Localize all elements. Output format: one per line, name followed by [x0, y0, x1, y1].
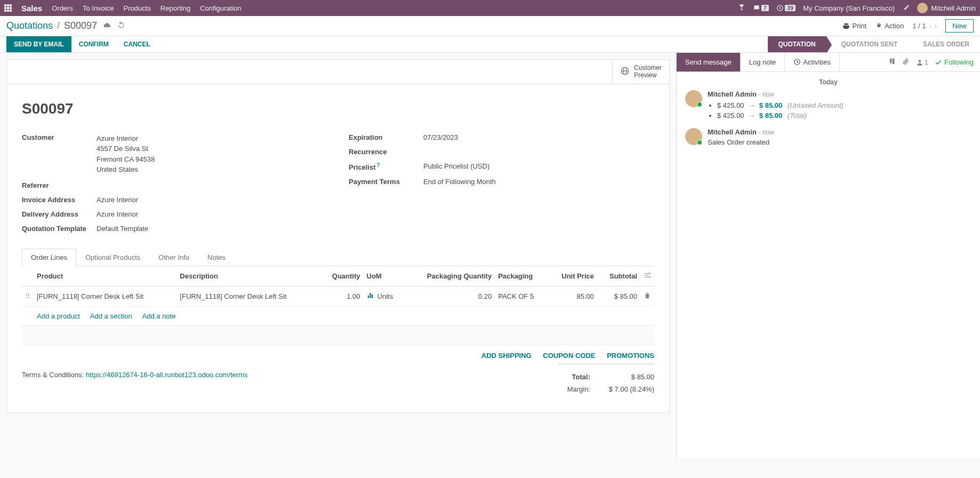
following-button[interactable]: Following	[935, 58, 974, 66]
confirm-button[interactable]: CONFIRM	[71, 36, 116, 52]
discuss-icon[interactable]: 7	[753, 4, 769, 12]
coupon-code-link[interactable]: COUPON CODE	[543, 352, 595, 360]
margin-value: $ 7.00 (8.24%)	[606, 385, 654, 393]
template-value[interactable]: Default Template	[97, 225, 327, 233]
breadcrumb-current: S00097	[64, 20, 97, 31]
book-icon[interactable]	[888, 58, 896, 67]
cancel-button[interactable]: CANCEL	[116, 36, 158, 52]
followers-button[interactable]: 1	[916, 58, 928, 66]
step-quotation-sent[interactable]: QUOTATION SENT	[826, 36, 909, 52]
menu-products[interactable]: Products	[123, 4, 150, 12]
menu-orders[interactable]: Orders	[52, 4, 73, 12]
discuss-count: 7	[761, 5, 769, 11]
activities-icon[interactable]: 39	[776, 4, 796, 12]
table-row[interactable]: ⠿ [FURN_1118] Corner Desk Left Sit [FURN…	[22, 286, 654, 306]
col-product: Product	[34, 266, 176, 286]
debug-icon[interactable]	[902, 4, 910, 13]
apps-icon[interactable]	[4, 4, 12, 12]
attachment-icon[interactable]	[902, 58, 910, 67]
delete-row-icon[interactable]	[640, 286, 654, 306]
settings-icon[interactable]	[644, 273, 651, 281]
tab-optional-products[interactable]: Optional Products	[76, 249, 149, 266]
gear-icon	[875, 22, 882, 30]
control-panel: Quotations / S00097 Print Action 1 / 1 ‹…	[0, 16, 980, 36]
check-icon	[935, 59, 942, 66]
expiration-value[interactable]: 07/23/2023	[423, 133, 654, 141]
print-button[interactable]: Print	[842, 22, 866, 30]
forecast-icon[interactable]	[367, 292, 374, 301]
pager-next-icon[interactable]: ›	[935, 22, 937, 30]
referrer-label: Referrer	[22, 181, 97, 189]
form-sheet: Customer Preview S00097 Customer Azure I…	[6, 59, 670, 413]
svg-point-7	[649, 273, 650, 274]
svg-rect-0	[741, 6, 742, 9]
order-lines-table: Product Description Quantity UoM Packagi…	[22, 266, 654, 345]
record-title: S00097	[22, 100, 654, 117]
message-item: Mitchell Admin - now Sales Order created	[685, 128, 971, 146]
topbar: Sales Orders To Invoice Products Reporti…	[0, 0, 980, 16]
arrow-icon: →	[748, 101, 755, 109]
customer-preview-button[interactable]: Customer Preview	[612, 60, 669, 84]
tab-notes[interactable]: Notes	[198, 249, 235, 266]
referrer-value[interactable]	[97, 181, 327, 189]
new-button[interactable]: New	[945, 19, 974, 33]
invoice-address-value[interactable]: Azure Interior	[97, 196, 327, 204]
add-shipping-link[interactable]: ADD SHIPPING	[481, 352, 532, 360]
phone-icon[interactable]	[738, 4, 745, 13]
tabs: Order Lines Optional Products Other Info…	[22, 249, 654, 266]
drag-handle-icon[interactable]: ⠿	[22, 286, 34, 306]
message-body: Sales Order created	[708, 138, 971, 146]
avatar	[685, 90, 702, 107]
user-name: Mitchell Admin	[931, 4, 976, 12]
menu-reporting[interactable]: Reporting	[160, 4, 190, 12]
breadcrumb-root[interactable]: Quotations	[6, 20, 53, 31]
terms-link[interactable]: https://46912674-16-0-all.runbot123.odoo…	[86, 371, 248, 379]
payment-terms-value[interactable]: End of Following Month	[423, 178, 654, 186]
discard-icon[interactable]	[117, 21, 125, 30]
terms-conditions: Terms & Conditions: https://46912674-16-…	[22, 371, 247, 379]
customer-value[interactable]: Azure Interior 4557 De Silva St Fremont …	[97, 133, 327, 175]
invoice-address-label: Invoice Address	[22, 196, 97, 204]
menu-to-invoice[interactable]: To Invoice	[83, 4, 114, 12]
app-name[interactable]: Sales	[21, 4, 42, 13]
log-note-button[interactable]: Log note	[741, 53, 785, 71]
change-line: $ 425.00 → $ 85.00 (Total)	[717, 110, 971, 121]
help-icon[interactable]: ?	[377, 162, 380, 168]
user-menu[interactable]: Mitchell Admin	[917, 3, 976, 13]
expiration-label: Expiration	[349, 133, 423, 141]
avatar	[685, 128, 702, 145]
delivery-address-value[interactable]: Azure Interior	[97, 210, 327, 218]
arrow-icon: →	[748, 111, 755, 120]
save-cloud-icon[interactable]	[103, 21, 111, 30]
tab-other-info[interactable]: Other Info	[149, 249, 198, 266]
message-author: Mitchell Admin	[708, 90, 757, 98]
svg-point-8	[649, 276, 650, 277]
company-switcher[interactable]: My Company (San Francisco)	[803, 4, 895, 12]
action-button[interactable]: Action	[875, 22, 904, 30]
activities-button[interactable]: Activities	[785, 53, 839, 71]
col-unit-price: Unit Price	[548, 266, 597, 286]
menu-configuration[interactable]: Configuration	[200, 4, 241, 12]
activities-count: 39	[785, 5, 796, 11]
margin-label: Margin:	[567, 385, 590, 393]
svg-point-10	[919, 60, 921, 62]
add-note-link[interactable]: Add a note	[142, 312, 176, 320]
send-email-button[interactable]: SEND BY EMAIL	[6, 36, 71, 52]
pricelist-value[interactable]: Public Pricelist (USD)	[423, 162, 654, 171]
recurrence-label: Recurrence	[349, 148, 423, 156]
person-icon	[916, 59, 923, 66]
template-label: Quotation Template	[22, 225, 97, 233]
send-message-button[interactable]: Send message	[677, 53, 741, 71]
avatar	[917, 3, 928, 13]
recurrence-value[interactable]	[423, 148, 654, 156]
tab-order-lines[interactable]: Order Lines	[22, 249, 76, 266]
promotions-link[interactable]: PROMOTIONS	[607, 352, 654, 360]
col-uom: UoM	[364, 266, 405, 286]
add-product-link[interactable]: Add a product	[37, 312, 80, 320]
step-sales-order[interactable]: SALES ORDER	[908, 36, 980, 52]
day-separator: Today	[685, 72, 971, 90]
step-quotation[interactable]: QUOTATION	[768, 36, 826, 52]
chatter: Send message Log note Activities 1 Follo…	[676, 53, 980, 458]
pager-prev-icon[interactable]: ‹	[929, 22, 931, 30]
add-section-link[interactable]: Add a section	[90, 312, 132, 320]
